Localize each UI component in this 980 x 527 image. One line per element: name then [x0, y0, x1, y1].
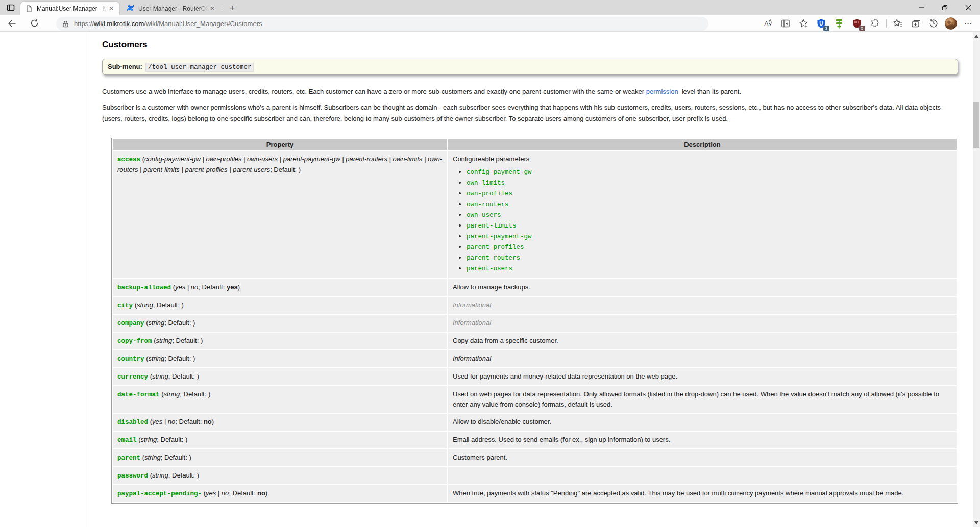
description-cell: Allow to manage backups.	[448, 279, 957, 296]
property-cell: currency (string; Default: )	[113, 368, 447, 385]
read-aloud-icon[interactable]: A	[761, 17, 774, 30]
window-controls	[910, 0, 980, 15]
property-cell: access (config-payment-gw | own-profiles…	[113, 151, 447, 278]
table-row-paypal-accept-pending: paypal-accept-pending- (yes | no; Defaul…	[113, 485, 957, 502]
add-favorite-icon[interactable]	[797, 17, 810, 30]
wiki-content: Customers Sub-menu:/tool user-manager cu…	[102, 32, 958, 504]
submenu-label: Sub-menu:	[108, 63, 142, 70]
description-cell: Used for payments and money-related data…	[448, 368, 957, 385]
description-cell: Configureable parameters config-payment-…	[448, 151, 957, 278]
new-tab-button[interactable]: +	[226, 2, 239, 14]
document-favicon-icon	[26, 5, 33, 12]
list-item: parent-routers	[467, 254, 952, 262]
minimize-button[interactable]	[910, 0, 933, 15]
settings-more-icon[interactable]: ⋯	[962, 17, 975, 30]
page-title: Customers	[102, 40, 958, 50]
property-cell: parent (string; Default: )	[113, 449, 447, 466]
history-icon[interactable]	[927, 17, 940, 30]
description-cell: Customers parent.	[448, 449, 957, 466]
tab-title: Manual:User Manager - MikroTik	[37, 5, 107, 12]
list-item: own-users	[467, 211, 952, 219]
description-cell	[448, 467, 957, 484]
description-cell: Email address. Used to send emails (for …	[448, 432, 957, 448]
parameter-list: config-payment-gw own-limits own-profile…	[453, 168, 952, 273]
extension-ublock-icon[interactable]: uO 5	[850, 17, 864, 30]
property-cell: country (string; Default: )	[113, 350, 447, 367]
svg-text:uO: uO	[854, 20, 859, 24]
extension-badge: 5	[859, 26, 865, 31]
intro-paragraph: Customers use a web interface to manage …	[102, 86, 958, 97]
restore-button[interactable]	[933, 0, 957, 15]
description-cell: When true, payments with status "Pending…	[448, 485, 957, 502]
tab-close-icon[interactable]: ✕	[107, 5, 115, 13]
description-cell: Informational	[448, 350, 957, 367]
tab-manual-user-manager[interactable]: Manual:User Manager - MikroTik ✕	[20, 2, 119, 15]
property-cell: date-format (string; Default: )	[113, 386, 447, 413]
list-item: parent-limits	[467, 221, 952, 230]
table-row-company: company (string; Default: ) Informationa…	[113, 315, 957, 332]
table-row-parent: parent (string; Default: ) Customers par…	[113, 449, 957, 466]
table-row-copy-from: copy-from (string; Default: ) Copy data …	[113, 333, 957, 349]
property-cell: city (string; Default: )	[113, 297, 447, 314]
property-cell: copy-from (string; Default: )	[113, 333, 447, 349]
table-row-city: city (string; Default: ) Informational	[113, 297, 957, 314]
table-row-password: password (string; Default: )	[113, 467, 957, 484]
list-item: own-routers	[467, 200, 952, 209]
extension-password-manager-icon[interactable]: U 3	[815, 17, 828, 30]
subscriber-paragraph: Subscriber is a customer with owner perm…	[102, 102, 958, 124]
table-row-date-format: date-format (string; Default: ) Used on …	[113, 386, 957, 413]
extension-tree-icon[interactable]	[832, 17, 846, 30]
tab-separator	[222, 5, 222, 12]
submenu-code: /tool user-manager customer	[145, 63, 254, 72]
scrollbar-thumb[interactable]	[973, 102, 979, 148]
scroll-down-arrow[interactable]	[973, 518, 980, 527]
submenu-notebox: Sub-menu:/tool user-manager customer	[102, 59, 958, 75]
description-cell: Copy data from a specific customer.	[448, 333, 957, 349]
svg-text:U: U	[819, 21, 823, 27]
extension-badge: 3	[823, 26, 829, 31]
table-header-row: Property Description	[113, 139, 957, 150]
profile-avatar[interactable]	[945, 17, 957, 30]
table-row-backup-allowed: backup-allowed (yes | no; Default: yes) …	[113, 279, 957, 296]
favorites-bar-icon[interactable]	[891, 17, 904, 30]
tab-user-manager-routeros[interactable]: User Manager - RouterOS - Mikro ✕	[121, 2, 220, 15]
table-row-access: access (config-payment-gw | own-profiles…	[113, 151, 957, 278]
confluence-favicon-icon	[127, 5, 134, 12]
browser-toolbar: https://wiki.mikrotik.com/wiki/Manual:Us…	[0, 15, 980, 32]
list-item: own-profiles	[467, 189, 952, 198]
property-cell: paypal-accept-pending- (yes | no; Defaul…	[113, 485, 447, 502]
table-row-currency: currency (string; Default: ) Used for pa…	[113, 368, 957, 385]
tab-close-icon[interactable]: ✕	[208, 5, 216, 13]
toolbar-divider	[886, 19, 887, 28]
page-viewport: Customers Sub-menu:/tool user-manager cu…	[0, 32, 973, 527]
description-cell: Allow to disable/enable customer.	[448, 414, 957, 431]
property-cell: disabled (yes | no; Default: no)	[113, 414, 447, 431]
list-item: parent-users	[467, 264, 952, 273]
scroll-up-arrow[interactable]	[973, 32, 980, 40]
table-row-disabled: disabled (yes | no; Default: no) Allow t…	[113, 414, 957, 431]
description-cell: Used on web pages for data representatio…	[448, 386, 957, 413]
list-item: parent-profiles	[467, 243, 952, 252]
tab-actions-menu-button[interactable]	[5, 3, 16, 13]
tab-title: User Manager - RouterOS - Mikro	[138, 5, 208, 12]
address-bar[interactable]: https://wiki.mikrotik.com/wiki/Manual:Us…	[56, 17, 708, 31]
extensions-puzzle-icon[interactable]	[868, 17, 881, 30]
properties-table: Property Description access (config-paym…	[111, 138, 958, 504]
property-cell: backup-allowed (yes | no; Default: yes)	[113, 279, 447, 296]
vertical-scrollbar[interactable]	[973, 32, 980, 527]
immersive-reader-icon[interactable]	[779, 17, 792, 30]
close-window-button[interactable]	[957, 0, 980, 15]
list-item: own-limits	[467, 179, 952, 187]
property-cell: email (string; Default: )	[113, 432, 447, 448]
column-header-property: Property	[113, 139, 447, 150]
toolbar-right-icons: A U 3 uO 5	[761, 16, 975, 31]
refresh-button[interactable]	[27, 16, 42, 31]
column-header-description: Description	[448, 139, 957, 150]
url-text: https://wiki.mikrotik.com/wiki/Manual:Us…	[74, 20, 262, 28]
collections-icon[interactable]	[909, 17, 922, 30]
svg-text:A: A	[764, 20, 769, 28]
permission-link[interactable]: permission	[646, 88, 678, 95]
lock-icon	[62, 20, 69, 28]
property-cell: password (string; Default: )	[113, 467, 447, 484]
back-button[interactable]	[4, 16, 19, 31]
